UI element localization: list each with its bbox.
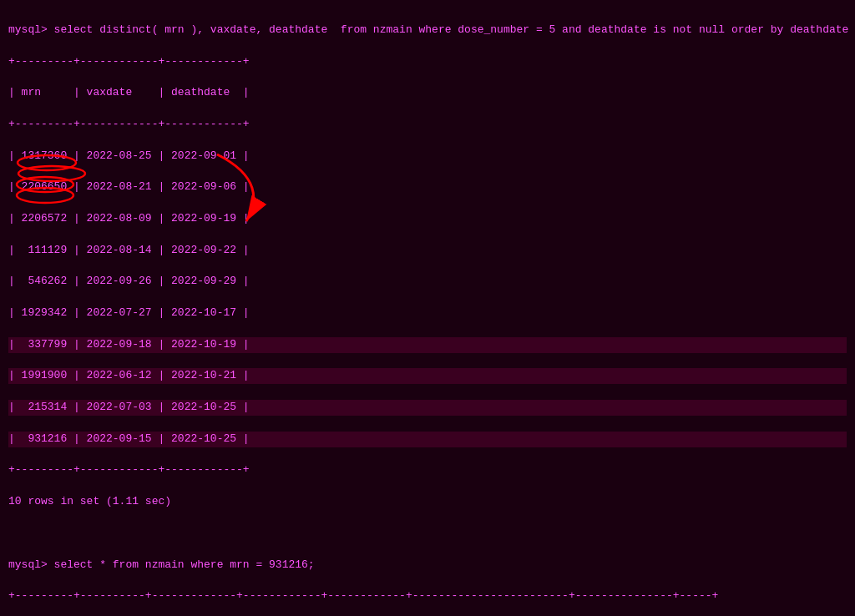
table-row: | 215314 | 2022-07-03 | 2022-10-25 | (8, 400, 847, 416)
table-row: | 1317360 | 2022-08-25 | 2022-09-01 | (8, 149, 847, 164)
table-row: | 2206572 | 2022-08-09 | 2022-09-19 | (8, 211, 847, 227)
query-line-1: mysql> select distinct( mrn ), vaxdate, … (8, 23, 847, 38)
query-line-2: mysql> select * from nzmain where mrn = … (8, 558, 847, 573)
blank (8, 526, 847, 542)
table-row: | 1991900 | 2022-06-12 | 2022-10-21 | (8, 368, 847, 384)
table-row: | 111129 | 2022-08-14 | 2022-09-22 | (8, 243, 847, 259)
table-sep: +---------+------------+------------+ (8, 462, 847, 478)
terminal: mysql> select distinct( mrn ), vaxdate, … (8, 7, 847, 616)
row-count-1: 10 rows in set (1.11 sec) (8, 494, 847, 510)
table-row: | 546262 | 2022-09-26 | 2022-09-29 | (8, 274, 847, 290)
table-row: | 1929342 | 2022-07-27 | 2022-10-17 | (8, 305, 847, 321)
table-sep: +---------+------------+------------+ (8, 54, 847, 70)
table-sep: +---------+------------+------------+ (8, 117, 847, 133)
table-header-1: | mrn | vaxdate | deathdate | (8, 85, 847, 101)
table-sep: +---------+----------+-------------+----… (8, 588, 847, 604)
table-row: | 931216 | 2022-09-15 | 2022-10-25 | (8, 432, 847, 447)
table-row: | 337799 | 2022-09-18 | 2022-10-19 | (8, 337, 847, 353)
table-row: | 2206650 | 2022-08-21 | 2022-09-06 | (8, 179, 847, 195)
